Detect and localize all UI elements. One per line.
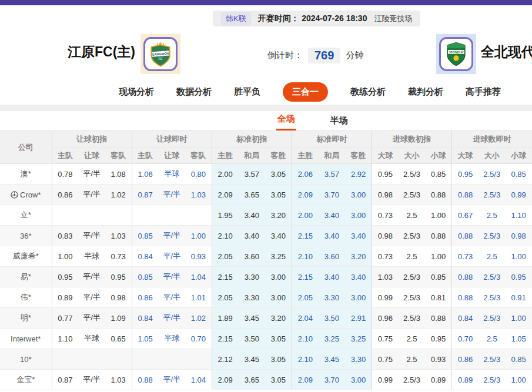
odds-cell: 0.98 — [372, 226, 399, 246]
odds-cell: 1.06 — [132, 164, 158, 185]
sub-column-header: 小球 — [505, 148, 532, 164]
company-cell[interactable]: 澳* — [0, 164, 52, 185]
kickoff-label: 开赛时间： — [258, 14, 299, 23]
odds-cell: 2.5/3 — [399, 308, 425, 329]
kickoff-time: 2024-07-26 18:30 — [302, 14, 367, 23]
odds-cell — [159, 349, 185, 370]
sub-column-header: 主胜 — [292, 148, 318, 164]
nav-data-analysis[interactable]: 数据分析 — [176, 86, 212, 98]
sub-column-header: 和局 — [239, 148, 265, 164]
odds-cell: 2.10 — [292, 329, 318, 349]
odds-cell: 3.45 — [239, 349, 265, 370]
odds-cell: 0.73 — [372, 205, 399, 226]
odds-cell: 3.30 — [239, 267, 265, 287]
odds-cell: 2.5/3 — [479, 185, 505, 205]
company-name: Interwet* — [11, 334, 41, 343]
nav-expert-picks[interactable]: 高手推荐 — [466, 86, 501, 98]
odds-cell: 0.87 — [132, 185, 158, 205]
odds-cell: 2.15 — [212, 329, 238, 349]
odds-cell: 3.25 — [319, 329, 345, 349]
odds-cell — [159, 205, 185, 226]
odds-cell: 2.5 — [479, 205, 505, 226]
company-cell[interactable]: 立* — [0, 205, 52, 226]
section-divider — [0, 105, 532, 111]
table-row: 易*0.95平/半0.950.85平/半1.042.153.303.002.15… — [0, 267, 532, 287]
odds-cell: 1.08 — [105, 164, 132, 185]
sub-column-header: 客胜 — [265, 148, 292, 164]
nav-win-draw-loss[interactable]: 胜平负 — [234, 86, 260, 98]
odds-cell: 2.15 — [292, 267, 318, 287]
odds-cell: 0.95 — [372, 164, 399, 185]
odds-cell: 0.88 — [425, 185, 451, 205]
odds-cell: 3.20 — [265, 308, 292, 329]
odds-cell: 1.02 — [105, 185, 132, 205]
odds-cell: 2.5 — [399, 349, 425, 370]
odds-cell: 平/半 — [78, 287, 105, 308]
group-header: 让球初指 — [52, 131, 132, 148]
odds-cell: 2.5/3 — [479, 370, 505, 390]
home-team-logo: GANGWON FC — [140, 34, 180, 74]
odds-cell: 0.85 — [425, 267, 451, 287]
home-team-name: 江原FC(主) — [68, 43, 135, 61]
odds-cell: 2.00 — [212, 164, 238, 185]
company-name: 10* — [20, 355, 32, 364]
odds-cell: 0.70 — [452, 329, 479, 349]
sub-column-header: 客队 — [185, 148, 212, 164]
odds-cell: 2.12 — [212, 349, 238, 370]
sub-column-header: 小球 — [425, 148, 451, 164]
odds-cell: 0.85 — [505, 349, 532, 370]
odds-cell: 0.73 — [372, 246, 399, 267]
company-cell[interactable]: 明* — [0, 308, 52, 329]
odds-cell: 平/半 — [159, 246, 185, 267]
odds-cell: 0.99 — [372, 370, 399, 390]
odds-cell: 0.93 — [425, 349, 451, 370]
odds-cell: 2.5/3 — [479, 226, 505, 246]
odds-cell: 2.10 — [292, 349, 318, 370]
nav-referee-analysis[interactable]: 裁判分析 — [408, 86, 443, 98]
company-cell[interactable]: Crow* — [0, 185, 52, 205]
company-cell[interactable]: 36* — [0, 226, 52, 246]
sub-column-header: 大球 — [372, 148, 399, 164]
odds-cell: 2.10 — [212, 226, 238, 246]
tab-full-time[interactable]: 全场 — [276, 113, 296, 130]
odds-cell: 0.67 — [452, 205, 479, 226]
odds-cell: 0.88 — [132, 370, 158, 390]
company-cell[interactable]: 威廉希* — [0, 246, 52, 267]
odds-cell: 平/半 — [159, 370, 185, 390]
odds-cell: 1.01 — [185, 287, 212, 308]
company-cell[interactable]: 10* — [0, 349, 52, 370]
odds-cell: 2.5/3 — [399, 185, 425, 205]
company-cell[interactable]: 金宝* — [0, 370, 52, 390]
odds-cell: 半球 — [159, 329, 185, 349]
odds-cell: 3.20 — [345, 246, 372, 267]
company-name: Crow* — [20, 190, 41, 199]
odds-cell: 3.40 — [319, 267, 345, 287]
company-cell[interactable]: 伟* — [0, 287, 52, 308]
odds-cell: 0.84 — [132, 246, 158, 267]
nav-three-in-one[interactable]: 三合一 — [283, 82, 328, 102]
odds-cell: 3.05 — [265, 349, 292, 370]
company-name: 澳* — [21, 169, 31, 178]
odds-cell: 3.50 — [239, 329, 265, 349]
odds-cell: 2.09 — [212, 370, 238, 390]
odds-cell: 2.09 — [292, 370, 318, 390]
odds-cell: 2.09 — [212, 185, 238, 205]
sub-column-header: 主胜 — [212, 148, 238, 164]
company-cell[interactable]: 易* — [0, 267, 52, 287]
odds-cell: 0.84 — [452, 308, 479, 329]
away-team-name: 全北现代 — [481, 43, 532, 61]
ball-icon — [11, 191, 18, 199]
nav-coach-analysis[interactable]: 教练分析 — [350, 86, 386, 98]
odds-cell: 1.10 — [52, 329, 78, 349]
sub-column-header: 主队 — [52, 148, 78, 164]
tab-half-time[interactable]: 半场 — [329, 115, 349, 130]
company-cell[interactable]: Interwet* — [0, 329, 52, 349]
odds-cell: 平/半 — [159, 185, 185, 205]
sub-column-header: 主队 — [132, 148, 158, 164]
league-badge[interactable]: 韩K联 — [221, 12, 251, 26]
odds-cell — [78, 205, 105, 226]
nav-live-analysis[interactable]: 现场分析 — [119, 86, 154, 98]
odds-cell: 0.93 — [185, 246, 212, 267]
odds-cell: 2.5/3 — [399, 226, 425, 246]
odds-cell: 1.05 — [505, 329, 532, 349]
